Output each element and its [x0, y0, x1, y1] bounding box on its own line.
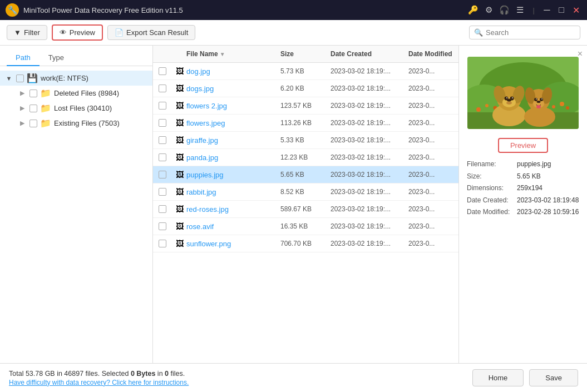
table-row[interactable]: 🖼 dog.jpg 5.73 KB 2023-03-02 18:19:... 2… [153, 63, 458, 80]
tab-bar: Path Type [0, 46, 152, 66]
lost-label: Lost Files (30410) [54, 104, 112, 112]
file-type-icon: 🖼 [174, 169, 185, 180]
table-row[interactable]: 🖼 rose.avif 16.35 KB 2023-03-02 18:19:..… [153, 218, 458, 235]
expand-deleted-icon[interactable]: ▶ [18, 89, 27, 98]
circle-icon[interactable]: ⚙ [483, 4, 495, 16]
row-checkbox[interactable] [159, 171, 166, 178]
header-filename[interactable]: File Name ▼ [186, 50, 280, 58]
file-date-modified: 2023-0... [408, 85, 453, 92]
preview-image [467, 57, 579, 129]
row-checkbox[interactable] [159, 153, 166, 161]
svg-point-8 [560, 102, 564, 106]
header-size[interactable]: Size [280, 50, 331, 58]
file-date-modified: 2023-0... [408, 153, 453, 161]
row-checkbox[interactable] [159, 240, 166, 247]
export-button[interactable]: 📄 Export Scan Result [107, 25, 195, 40]
preview-action-button[interactable]: Preview [498, 138, 548, 153]
preview-btn-container: Preview [465, 138, 581, 153]
filename-label: Filename: [467, 158, 517, 171]
svg-point-30 [536, 98, 537, 100]
row-checkbox[interactable] [159, 136, 166, 144]
main-area: Path Type ▼ 💾 work(E: NTFS) ▶ 📁 Deleted … [0, 46, 587, 363]
file-type-icon: 🖼 [174, 186, 185, 197]
root-checkbox[interactable] [16, 75, 24, 82]
statusbar-summary: Total 53.78 GB in 46897 files. Selected … [9, 370, 189, 378]
row-checkbox[interactable] [159, 205, 166, 213]
row-checkbox[interactable] [159, 85, 166, 92]
help-link[interactable]: Have difficulty with data recovery? Clic… [9, 379, 189, 386]
file-type-icon: 🖼 [174, 117, 185, 128]
expand-icon[interactable]: ▼ [4, 74, 13, 83]
close-button[interactable]: ✕ [570, 4, 581, 16]
file-name: puppies.jpg [186, 171, 224, 179]
preview-button[interactable]: 👁 Preview [52, 24, 103, 41]
table-row[interactable]: 🖼 rabbit.jpg 8.52 KB 2023-03-02 18:19:..… [153, 183, 458, 201]
home-button[interactable]: Home [472, 369, 524, 386]
tree-item-lost[interactable]: ▶ 📁 Lost Files (30410) [13, 101, 152, 116]
size-label: Size: [467, 171, 517, 183]
titlebar: 🔧 MiniTool Power Data Recovery Free Edit… [0, 0, 587, 20]
row-checkbox[interactable] [159, 188, 166, 196]
size-value: 5.65 KB [517, 171, 541, 183]
file-name: rabbit.jpg [186, 188, 216, 196]
maximize-button[interactable]: □ [556, 4, 567, 16]
table-row[interactable]: 🖼 red-roses.jpg 589.67 KB 2023-03-02 18:… [153, 201, 458, 218]
table-row[interactable]: 🖼 giraffe.jpg 5.33 KB 2023-03-02 18:19:.… [153, 132, 458, 149]
table-row[interactable]: 🖼 flowers 2.jpg 123.57 KB 2023-03-02 18:… [153, 97, 458, 115]
meta-row-filename: Filename: puppies.jpg [467, 158, 579, 171]
file-type-icon: 🖼 [174, 66, 185, 77]
file-date-modified: 2023-0... [408, 188, 453, 196]
file-date-modified: 2023-0... [408, 205, 453, 213]
row-checkbox[interactable] [159, 102, 166, 110]
key-icon[interactable]: 🔑 [467, 4, 480, 16]
table-row[interactable]: 🖼 sunflower.png 706.70 KB 2023-03-02 18:… [153, 235, 458, 252]
file-name: dogs.jpg [186, 85, 214, 93]
row-checkbox[interactable] [159, 67, 166, 75]
table-row[interactable]: 🖼 dogs.jpg 6.20 KB 2023-03-02 18:19:... … [153, 80, 458, 97]
minimize-button[interactable]: ─ [541, 4, 553, 16]
filter-button[interactable]: ▼ Filter [7, 25, 47, 40]
file-date-modified: 2023-0... [408, 222, 453, 230]
file-size: 16.35 KB [280, 222, 331, 230]
table-row[interactable]: 🖼 flowers.jpeg 113.26 KB 2023-03-02 18:1… [153, 115, 458, 132]
tree-root-item[interactable]: ▼ 💾 work(E: NTFS) [0, 71, 152, 86]
meta-row-dimensions: Dimensions: 259x194 [467, 182, 579, 195]
search-input[interactable] [486, 28, 575, 37]
tab-type[interactable]: Type [40, 50, 73, 66]
expand-existing-icon[interactable]: ▶ [18, 119, 27, 128]
row-checkbox[interactable] [159, 222, 166, 230]
existing-checkbox[interactable] [29, 120, 37, 127]
save-button[interactable]: Save [529, 369, 578, 386]
tab-path[interactable]: Path [7, 50, 40, 66]
file-type-icon: 🖼 [174, 152, 185, 163]
tree-item-deleted[interactable]: ▶ 📁 Deleted Files (8984) [13, 86, 152, 101]
filename-value: puppies.jpg [517, 158, 551, 171]
table-row[interactable]: 🖼 panda.jpg 12.23 KB 2023-03-02 18:19:..… [153, 149, 458, 166]
left-panel: Path Type ▼ 💾 work(E: NTFS) ▶ 📁 Deleted … [0, 46, 153, 363]
file-list-header: File Name ▼ Size Date Created Date Modif… [153, 46, 458, 63]
tree-children: ▶ 📁 Deleted Files (8984) ▶ 📁 Lost Files … [0, 86, 152, 131]
deleted-checkbox[interactable] [29, 90, 37, 97]
headphones-icon[interactable]: 🎧 [499, 4, 511, 16]
expand-lost-icon[interactable]: ▶ [18, 104, 27, 113]
file-size: 5.65 KB [280, 171, 331, 178]
filter-icon: ▼ [14, 28, 21, 37]
tree-item-existing[interactable]: ▶ 📁 Existing Files (7503) [13, 116, 152, 131]
files-suffix: files. [169, 370, 185, 378]
file-panel: File Name ▼ Size Date Created Date Modif… [153, 46, 459, 363]
date-created-value: 2023-03-02 18:19:48 [517, 195, 579, 207]
header-date-created[interactable]: Date Created [331, 50, 408, 58]
menu-icon[interactable]: ☰ [514, 4, 526, 16]
lost-checkbox[interactable] [29, 105, 37, 112]
row-checkbox[interactable] [159, 119, 166, 127]
deleted-label: Deleted Files (8984) [54, 89, 119, 97]
table-row[interactable]: 🖼 puppies.jpg 5.65 KB 2023-03-02 18:19:.… [153, 166, 458, 183]
header-date-modified[interactable]: Date Modified [408, 50, 453, 58]
file-type-icon: 🖼 [174, 221, 185, 232]
search-box[interactable]: 🔍 [469, 26, 580, 39]
file-date-modified: 2023-0... [408, 240, 453, 247]
file-size: 12.23 KB [280, 153, 331, 161]
in-text: in [155, 370, 165, 378]
file-list: 🖼 dog.jpg 5.73 KB 2023-03-02 18:19:... 2… [153, 63, 458, 363]
preview-close-button[interactable]: × [578, 49, 583, 59]
